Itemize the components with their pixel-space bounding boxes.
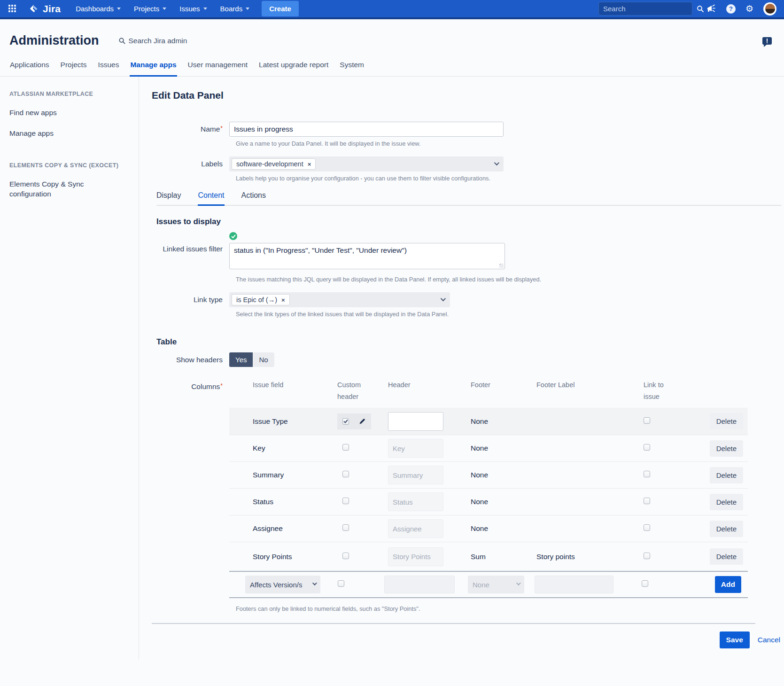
admin-sidebar: ATLASSIAN MARKETPLACE Find new apps Mana… (0, 77, 139, 659)
table-row: Issue Type None (229, 408, 748, 435)
chevron-down-icon (163, 8, 166, 10)
required-marker: * (220, 125, 223, 132)
table-row: Story Points Sum Story points Delete (229, 542, 748, 571)
link-to-issue-checkbox[interactable] (644, 498, 650, 504)
nav-projects[interactable]: Projects (134, 5, 166, 13)
link-to-issue-checkbox[interactable] (644, 524, 650, 531)
tab-display[interactable]: Display (156, 191, 181, 206)
jira-logo[interactable]: Jira (28, 3, 61, 15)
delete-button[interactable]: Delete (710, 467, 743, 483)
custom-header-checkbox[interactable] (338, 580, 344, 587)
custom-header-checkbox[interactable] (342, 444, 349, 451)
delete-button[interactable]: Delete (710, 494, 743, 510)
jql-filter-textarea[interactable]: status in ("In Progress", "Under Test", … (229, 243, 505, 269)
link-to-issue-checkbox[interactable] (642, 580, 648, 587)
show-headers-yes[interactable]: Yes (229, 352, 253, 367)
header-input[interactable] (384, 576, 455, 593)
global-search[interactable] (598, 2, 692, 16)
tab-system[interactable]: System (339, 61, 365, 77)
table-row: Summary None Delete (229, 461, 748, 488)
custom-header-checkbox[interactable] (342, 524, 349, 531)
required-marker: * (220, 382, 223, 389)
sidebar-section-marketplace: ATLASSIAN MARKETPLACE (9, 91, 127, 97)
tab-manage-apps[interactable]: Manage apps (130, 61, 177, 77)
sidebar-item-find-new-apps[interactable]: Find new apps (9, 108, 127, 118)
remove-tag-icon[interactable]: × (281, 296, 285, 304)
tab-issues[interactable]: Issues (98, 61, 120, 77)
col-header-footer-label: Footer Label (532, 379, 622, 391)
header-input (388, 466, 443, 484)
main-content: Edit Data Panel Name* Give a name to you… (139, 77, 784, 659)
delete-button[interactable]: Delete (710, 548, 743, 565)
header-input (388, 519, 443, 538)
create-button[interactable]: Create (262, 1, 299, 16)
header-input (388, 547, 443, 566)
footer-value: None (465, 417, 532, 426)
add-column-button[interactable]: Add (715, 576, 741, 593)
save-button[interactable]: Save (720, 631, 750, 648)
delete-button[interactable]: Delete (710, 521, 743, 537)
sidebar-section-exocet: ELEMENTS COPY & SYNC (EXOCET) (9, 162, 127, 169)
labels-select[interactable]: software-development × (229, 156, 504, 172)
admin-search[interactable]: Search Jira admin (119, 37, 187, 45)
show-headers-label: Show headers (152, 352, 229, 364)
name-input[interactable] (229, 122, 504, 137)
col-header-header: Header (381, 379, 465, 391)
announcement-button[interactable] (706, 4, 716, 14)
edit-pencil-icon[interactable] (358, 418, 366, 425)
custom-header-checkbox[interactable] (342, 471, 349, 477)
sidebar-item-exocet-configuration[interactable]: Elements Copy & Sync configuration (9, 179, 106, 199)
feedback-button[interactable] (762, 37, 772, 45)
tab-user-management[interactable]: User management (187, 61, 248, 77)
name-label: Name* (152, 122, 229, 133)
tab-projects[interactable]: Projects (60, 61, 87, 77)
user-avatar[interactable] (763, 2, 776, 16)
tab-actions[interactable]: Actions (241, 191, 266, 206)
settings-button[interactable]: ⚙ (745, 4, 753, 13)
tab-applications[interactable]: Applications (9, 61, 50, 77)
cancel-link[interactable]: Cancel (758, 636, 780, 644)
footer-value: None (465, 444, 532, 452)
nav-issues[interactable]: Issues (179, 5, 207, 13)
delete-button[interactable]: Delete (710, 413, 743, 429)
issue-field-name: Key (245, 444, 333, 452)
link-to-issue-checkbox[interactable] (644, 471, 650, 477)
footer-label-input[interactable] (535, 576, 613, 593)
footer-select[interactable]: None (468, 576, 524, 593)
tab-content[interactable]: Content (198, 191, 224, 206)
header-input[interactable] (388, 412, 443, 431)
app-switcher-icon[interactable] (8, 5, 17, 13)
custom-header-checkbox[interactable] (342, 553, 349, 559)
col-header-footer: Footer (465, 379, 532, 391)
nav-boards[interactable]: Boards (220, 5, 250, 13)
issues-to-display-heading: Issues to display (156, 217, 781, 226)
header-input (388, 439, 443, 458)
issue-field-select[interactable]: Affects Version/s (245, 576, 320, 593)
remove-tag-icon[interactable]: × (308, 161, 311, 168)
delete-button[interactable]: Delete (710, 440, 743, 457)
custom-header-checkbox[interactable] (342, 418, 349, 425)
admin-header: Administration Search Jira admin (0, 19, 784, 48)
chevron-down-icon (203, 8, 207, 10)
columns-label: Columns* (152, 379, 229, 391)
linked-issues-filter-label: Linked issues filter (152, 232, 229, 253)
brand-name: Jira (43, 3, 61, 15)
link-to-issue-checkbox[interactable] (644, 444, 650, 451)
footer-value: None (465, 524, 532, 533)
show-headers-no[interactable]: No (253, 352, 274, 367)
tab-latest-upgrade-report[interactable]: Latest upgrade report (258, 61, 329, 77)
resize-handle[interactable] (499, 264, 504, 268)
sidebar-item-manage-apps[interactable]: Manage apps (9, 129, 127, 139)
help-button[interactable]: ? (726, 4, 736, 14)
link-to-issue-checkbox[interactable] (644, 553, 650, 559)
link-type-select[interactable]: is Epic of (→) × (229, 292, 450, 307)
link-to-issue-checkbox[interactable] (644, 417, 650, 424)
header-input (388, 492, 443, 511)
search-icon (697, 5, 704, 13)
custom-header-checkbox[interactable] (342, 498, 349, 504)
jira-logo-icon (28, 3, 39, 15)
nav-dashboards[interactable]: Dashboards (76, 5, 121, 13)
table-heading: Table (156, 337, 781, 347)
global-search-input[interactable] (603, 5, 697, 13)
exclamation-icon (767, 39, 768, 42)
